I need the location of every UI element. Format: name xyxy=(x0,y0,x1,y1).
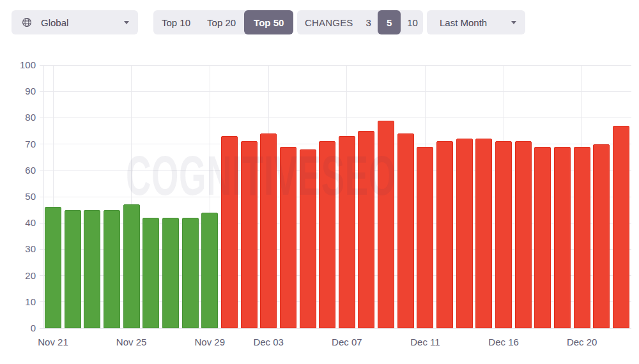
x-axis-label: Nov 25 xyxy=(103,337,160,347)
x-axis-label: Dec 16 xyxy=(475,337,532,347)
bar-down[interactable] xyxy=(574,147,590,328)
top-filter-option-top-10[interactable]: Top 10 xyxy=(153,10,199,34)
y-axis-label: 40 xyxy=(8,218,36,228)
bar-up[interactable] xyxy=(84,210,100,328)
bar-down[interactable] xyxy=(260,133,277,328)
period-dropdown-label: Last Month xyxy=(440,17,487,28)
chevron-down-icon xyxy=(511,21,516,24)
y-axis-label: 90 xyxy=(8,86,36,96)
changes-option-5[interactable]: 5 xyxy=(378,10,401,34)
bar-down[interactable] xyxy=(378,121,394,328)
bar-down[interactable] xyxy=(280,147,296,328)
bar-down[interactable] xyxy=(613,126,629,328)
bar-down[interactable] xyxy=(397,133,414,328)
y-axis-label: 30 xyxy=(8,244,36,254)
bar-up[interactable] xyxy=(65,210,81,328)
bar-up[interactable] xyxy=(162,218,179,328)
x-axis-label: Dec 03 xyxy=(240,337,297,347)
changes-label: CHANGES xyxy=(305,17,353,28)
bar-chart: 0102030405060708090100 Nov 21Nov 25Nov 2… xyxy=(0,45,639,364)
bar-up[interactable] xyxy=(201,213,218,328)
y-axis-label: 0 xyxy=(8,323,36,333)
y-axis-label: 70 xyxy=(8,139,36,149)
gridline-horizontal xyxy=(40,118,631,118)
gridline-horizontal xyxy=(40,65,631,66)
chevron-down-icon xyxy=(124,21,129,24)
changes-option-10[interactable]: 10 xyxy=(401,10,424,34)
bar-down[interactable] xyxy=(554,147,571,328)
top-filter-segmented-control: Top 10Top 20Top 50 xyxy=(153,10,286,34)
y-axis-label: 20 xyxy=(8,271,36,281)
changes-option-3[interactable]: 3 xyxy=(360,10,378,34)
filter-toolbar: Global Top 10Top 20Top 50 CHANGES 3510 L… xyxy=(0,0,639,45)
y-axis-label: 80 xyxy=(8,112,36,123)
bar-down[interactable] xyxy=(436,141,453,328)
bar-up[interactable] xyxy=(123,204,140,328)
bar-down[interactable] xyxy=(475,139,492,328)
bar-down[interactable] xyxy=(339,136,355,328)
x-axis-label: Nov 29 xyxy=(181,337,238,347)
gridline-horizontal xyxy=(40,91,631,92)
x-axis-label: Nov 21 xyxy=(24,337,82,347)
bar-down[interactable] xyxy=(319,141,335,328)
region-dropdown[interactable]: Global xyxy=(12,10,138,34)
top-filter-option-top-20[interactable]: Top 20 xyxy=(199,10,244,34)
region-dropdown-label: Global xyxy=(41,17,68,28)
y-axis-label: 10 xyxy=(8,297,36,307)
bar-up[interactable] xyxy=(45,207,61,328)
y-axis-label: 50 xyxy=(8,192,36,202)
bar-down[interactable] xyxy=(417,147,433,328)
period-dropdown[interactable]: Last Month xyxy=(427,10,525,34)
x-axis-label: Dec 11 xyxy=(396,337,454,347)
bar-down[interactable] xyxy=(358,131,374,328)
bar-down[interactable] xyxy=(241,141,258,328)
x-axis-label: Dec 20 xyxy=(553,337,611,347)
bar-up[interactable] xyxy=(142,218,159,328)
y-axis-label: 100 xyxy=(8,60,36,70)
bar-down[interactable] xyxy=(534,147,551,328)
bar-down[interactable] xyxy=(593,144,610,328)
bar-down[interactable] xyxy=(495,141,512,328)
bar-up[interactable] xyxy=(182,218,199,328)
bar-down[interactable] xyxy=(515,141,532,328)
y-axis-label: 60 xyxy=(8,165,36,176)
globe-icon xyxy=(22,17,32,27)
bar-down[interactable] xyxy=(221,136,238,328)
bar-up[interactable] xyxy=(104,210,120,328)
x-axis-label: Dec 07 xyxy=(318,337,376,347)
top-filter-option-top-50[interactable]: Top 50 xyxy=(244,10,293,34)
bar-down[interactable] xyxy=(300,149,316,328)
changes-segmented-control: CHANGES 3510 xyxy=(297,10,423,34)
bar-down[interactable] xyxy=(456,139,473,328)
plot-area xyxy=(43,65,631,328)
